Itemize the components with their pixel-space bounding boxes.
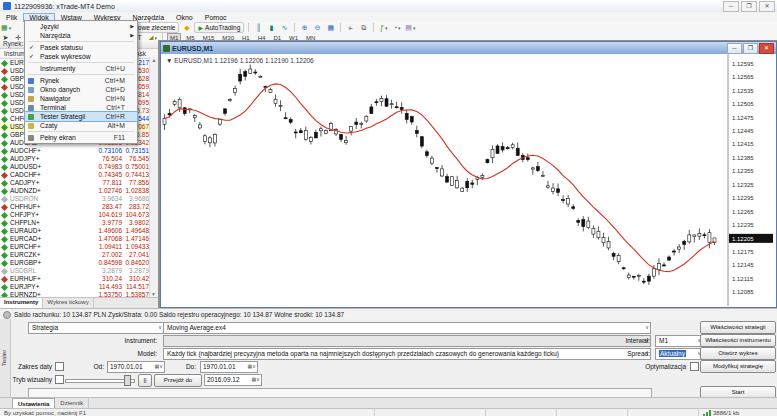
menu-item-label: Terminal [40,103,66,112]
skip-to-date-picker[interactable]: 2016.09.12▦∨ [204,374,262,386]
autotrading-button[interactable]: ▶AutoTrading [194,22,244,33]
minimize-button[interactable]: ─ [723,1,739,12]
market-watch-row[interactable]: EURCAD+1.470681.47146 [0,235,158,243]
strategy-properties-button[interactable]: Właściwości strategii [700,321,776,334]
spread-label: Spread: [600,350,650,357]
menubar-item-plik[interactable]: Plik [0,13,23,22]
line-chart-icon[interactable]: ∿ [279,22,290,33]
visual-mode-checkbox[interactable] [55,375,64,384]
symbol-tick-icon [1,171,8,178]
strategy-select[interactable]: Moving Average.ex4∨ [163,322,651,334]
market-watch-row[interactable]: EURAUD+1.496061.49648 [0,227,158,235]
market-watch-row[interactable]: AUDNZD+1.027461.02838 [0,187,158,195]
market-watch-row[interactable]: EURHUF+310.24310.42 [0,275,158,283]
help-hint: By uzyskać pomoc, naciśnij F1 [4,410,86,416]
market-watch-row[interactable]: CADCHF+0.743450.74413 [0,171,158,179]
cascade-icon[interactable]: ⧉ [358,22,369,33]
chart-restore-button[interactable]: ❐ [743,43,758,54]
menu-item-pełny-ekran[interactable]: Pełny ekranF11 [25,133,137,142]
zoom-out-icon[interactable]: ⊖ [312,22,323,33]
symbol-tick-icon [1,163,8,170]
menu-item-czaty[interactable]: CzatyAlt+M [25,121,137,130]
symbol-tick-icon [1,139,8,146]
ask-value: 1.47146 [99,235,149,243]
ask-value: 1.49648 [99,227,149,235]
close-button[interactable]: ✕ [759,1,775,12]
status-cell [374,409,485,416]
menu-item-okno-danych[interactable]: Okno danychCtrl+D [25,85,137,94]
market-watch-row[interactable]: AUDJPY+76.50476.545 [0,155,158,163]
market-watch-row[interactable]: CHFHUF+283.47283.72 [0,203,158,211]
market-watch-row[interactable]: AUDCHF+0.731060.73151 [0,147,158,155]
chart-minimize-button[interactable]: ─ [727,43,742,54]
menu-item-icon [28,123,34,129]
menu-item-pasek-wykresów[interactable]: ✓Pasek wykresów [25,52,137,61]
menubar-item-pomoc[interactable]: Pomoc [199,13,233,22]
slider-thumb[interactable] [124,375,131,386]
instrument-select[interactable]: ∨ [163,335,651,347]
symbol-tick-icon [1,91,8,98]
menu-separator [28,41,134,42]
market-watch-row[interactable]: USDRON3.96343.9686 [0,195,158,203]
symbol-name: CADCHF+ [10,171,41,179]
zoom-in-icon[interactable]: ⊕ [299,22,310,33]
menu-item-nawigator[interactable]: NawigatorCtrl+N [25,94,137,103]
tester-vertical-tab[interactable]: Tester [0,319,11,397]
periods-icon[interactable]: ◔▾ [391,22,402,33]
date-range-checkbox[interactable] [55,362,64,371]
menu-item-instrumenty[interactable]: InstrumentyCtrl+U [25,64,137,73]
menu-separator [28,131,134,132]
symbol-properties-button[interactable]: Właściwości instrumentu [700,334,776,347]
expert-advisors-icon[interactable]: ◆ [181,22,192,33]
menu-item-języki[interactable]: Języki▶ [25,22,137,31]
ask-value: 0.74413 [99,171,149,179]
toolbar-button-label: Nowe zlecenie [133,24,175,31]
chart-close-button[interactable]: ✕ [759,43,774,54]
tile-windows-icon[interactable]: ▦ [325,22,336,33]
arrange-icon[interactable]: ⫦ [345,22,356,33]
menu-item-shortcut: F11 [114,133,125,142]
indicators-icon[interactable]: ƒ▾ [378,22,389,33]
market-watch-scrollbar[interactable]: ▲ ▼ [149,57,158,298]
market-watch-row[interactable]: EURCHF+1.094111.09433 [0,243,158,251]
menubar-item-okno[interactable]: Okno [170,13,199,22]
menu-item-rynek[interactable]: RynekCtrl+M [25,76,137,85]
connection-traffic: 3886/1 kb [713,410,739,416]
menu-item-terminal[interactable]: TerminalCtrl+T [25,103,137,112]
menu-item-pasek-statusu[interactable]: ✓Pasek statusu [25,43,137,52]
bar-chart-icon[interactable]: ║ [253,22,264,33]
market-watch-row[interactable]: CADJPY+77.81177.856 [0,179,158,187]
market-watch-row[interactable]: AUDUSD+0.749830.75001 [0,163,158,171]
menu-item-narzędzia[interactable]: Narzędzia▶ [25,31,137,40]
skip-to-button[interactable]: Przejdź do [154,374,202,387]
scroll-up-icon[interactable]: ▲ [150,57,158,63]
menu-item-label: Tester Strategii [40,112,85,121]
symbol-tick-icon [1,283,8,290]
market-watch-tab-instrumenty[interactable]: Instrumenty [0,298,43,308]
to-date-picker[interactable]: 1970.01.01▦∨ [200,361,258,373]
templates-icon[interactable]: ▤▾ [404,22,416,33]
pause-button[interactable]: || [138,374,152,387]
market-watch-tab-wykres[interactable]: Wykres tickowy [43,298,93,308]
symbol-name: EURAUD+ [10,227,41,235]
model-select[interactable]: Każdy tick (najbardziej precyzyjna metod… [163,348,651,360]
optimization-checkbox[interactable] [690,362,699,371]
market-watch-row[interactable]: CHFPLN+3.97793.9802 [0,219,158,227]
open-chart-button[interactable]: Otwórz wykres [700,347,776,360]
market-watch-row[interactable]: EURGBP+0.845980.84620 [0,259,158,267]
from-date-picker[interactable]: 1970.01.01▦∨ [107,361,165,373]
market-watch-row[interactable]: CHFJPY+104.619104.673 [0,211,158,219]
market-watch-row[interactable]: USDBRL3.28793.2879 [0,267,158,275]
market-watch-row[interactable]: EURCZK+27.00227.041 [0,251,158,259]
market-watch-row[interactable]: EURJPY+114.493114.517 [0,283,158,291]
restore-button[interactable]: ❐ [741,1,757,12]
tester-mode-select[interactable]: Strategia∨ [28,322,164,334]
interval-select[interactable]: M1∨ [655,335,703,347]
candlestick-chart[interactable]: 1.125951.125651.125351.125051.124751.124… [161,54,774,306]
spread-select[interactable]: Aktualny∨ [655,348,703,360]
modify-strategy-button[interactable]: Modyfikuj strategię [700,360,776,373]
chart-title-bar[interactable]: EURUSD,M1 ─ ❐ ✕ [161,42,776,54]
menu-item-tester-strategii[interactable]: Tester StrategiiCtrl+R [25,112,137,121]
menu-item-shortcut: Ctrl+M [105,76,125,85]
candlestick-icon[interactable]: ▮ [266,22,277,33]
